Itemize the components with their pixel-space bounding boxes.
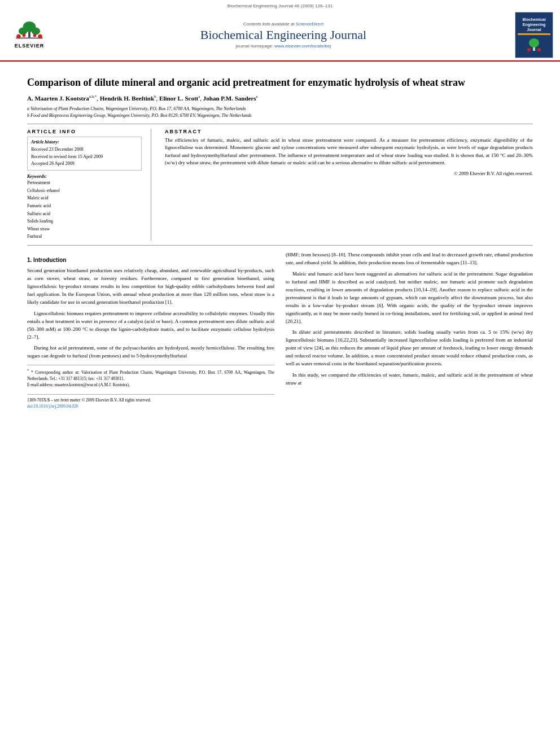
journal-title-block: Contents lists available at ScienceDirec… — [52, 21, 515, 49]
homepage-label: journal homepage: — [236, 43, 273, 49]
svg-point-12 — [529, 38, 539, 47]
cover-title-line2: Engineering — [523, 22, 545, 27]
body-right-para-1: (HMF; from hexoses) [8–10]. These compou… — [286, 251, 533, 267]
svg-point-14 — [537, 48, 541, 51]
body-two-col: 1. Introduction Second generation bioeth… — [27, 251, 533, 409]
journal-homepage: journal homepage: www.elsevier.com/locat… — [52, 43, 515, 49]
keywords-section: Keywords: Pretreatment Cellulosic ethano… — [27, 174, 142, 241]
svg-point-6 — [16, 34, 21, 39]
svg-point-5 — [32, 27, 40, 34]
revised-date: Received in revised form 15 April 2009 — [31, 154, 138, 161]
body-right-para-3: In dilute acid pretreatments described i… — [286, 329, 533, 368]
paper-content: Comparison of dilute mineral and organic… — [0, 62, 560, 418]
section1-heading: 1. Introduction — [27, 256, 274, 264]
journal-cover-image: Biochemical Engineering Journal — [515, 12, 553, 58]
cover-bar-decoration — [518, 33, 550, 35]
issn-line: 1369-703X/$ – see front matter © 2009 El… — [27, 397, 274, 403]
elsevier-label: ELSEVIER — [15, 43, 45, 49]
keyword-wheat-straw: Wheat straw — [27, 225, 142, 233]
bottom-bar: 1369-703X/$ – see front matter © 2009 El… — [27, 394, 274, 410]
received-date: Received 23 December 2008 — [31, 146, 138, 154]
body-left-col: 1. Introduction Second generation bioeth… — [27, 251, 274, 409]
keyword-furfural: Furfural — [27, 233, 142, 241]
svg-point-9 — [38, 34, 42, 39]
elsevier-logo: ELSEVIER — [7, 20, 52, 51]
journal-main-title: Biochemical Engineering Journal — [52, 28, 515, 42]
footnote-corresponding-text: * Corresponding author at: Valorisation … — [27, 370, 274, 381]
affiliations: a Valorisation of Plant Production Chain… — [27, 106, 533, 119]
footnote-star: * — [27, 368, 29, 373]
cover-tree-icon — [526, 37, 542, 53]
copyright-line: © 2009 Elsevier B.V. All rights reserved… — [165, 171, 533, 176]
abstract-text: The efficiencies of fumaric, maleic, and… — [165, 137, 533, 167]
contents-line: Contents lists available at ScienceDirec… — [52, 21, 515, 27]
keywords-label: Keywords: — [27, 174, 142, 179]
history-label: Article history: — [31, 139, 138, 145]
body-right-para-2: Maleic and fumaric acid have been sugges… — [286, 270, 533, 326]
journal-meta: Biochemical Engineering Journal 46 (2009… — [7, 2, 553, 10]
svg-point-7 — [23, 34, 26, 37]
cover-title-line3: Journal — [527, 27, 541, 32]
article-info-section: ARTICLE INFO Article history: Received 2… — [27, 129, 533, 241]
journal-header: Biochemical Engineering Journal 46 (2009… — [0, 0, 560, 62]
author-beeftink: Hendrik H. Beeftink — [100, 95, 154, 102]
body-para-2: Lignocellulosic biomass requires pretrea… — [27, 310, 274, 342]
keyword-solids-loading: Solids loading — [27, 217, 142, 225]
affil-b: b Food and Bioprocess Engineering Group,… — [27, 112, 533, 119]
svg-point-8 — [33, 34, 37, 37]
affil-sup-a3: a — [256, 95, 258, 99]
divider-2 — [27, 245, 533, 246]
body-para-3: During hot acid pretreatment, some of th… — [27, 344, 274, 360]
elsevier-tree-icon — [12, 21, 46, 43]
sciencedirect-link[interactable]: ScienceDirect — [296, 21, 323, 27]
abstract-title: ABSTRACT — [165, 129, 533, 134]
affil-sup-a: a,b, — [89, 95, 95, 99]
abstract-section: ABSTRACT The efficiencies of fumaric, ma… — [165, 129, 533, 241]
author-kootstra: A. Maarten J. Kootstra — [27, 95, 89, 102]
homepage-link[interactable]: www.elsevier.com/locate/bej — [274, 43, 331, 49]
footnote-email-text: E-mail address: maarten.kootstra@wur.nl … — [27, 382, 130, 387]
author-scott: Elinor L. Scott — [159, 95, 198, 102]
article-info-title: ARTICLE INFO — [27, 129, 142, 134]
body-right-para-4: In this study, we compared the efficienc… — [286, 372, 533, 387]
affil-a: a Valorisation of Plant Production Chain… — [27, 106, 533, 112]
divider-1 — [27, 124, 533, 124]
keyword-sulfuric-acid: Sulfuric acid — [27, 210, 142, 218]
footnote-corresponding: * * Corresponding author at: Valorisatio… — [27, 368, 274, 382]
body-right-col: (HMF; from hexoses) [8–10]. These compou… — [286, 251, 533, 409]
paper-title: Comparison of dilute mineral and organic… — [27, 76, 533, 89]
author-sanders: Johan P.M. Sanders — [203, 95, 256, 102]
doi-line: doi:10.1016/j.bej.2009.04.020 — [27, 403, 274, 409]
keyword-pretreatment: Pretreatment — [27, 179, 142, 187]
contents-text: Contents lists available at — [243, 21, 295, 27]
article-history-box: Article history: Received 23 December 20… — [27, 137, 142, 171]
svg-point-4 — [19, 27, 27, 34]
authors-line: A. Maarten J. Kootstraa,b,*, Hendrik H. … — [27, 94, 533, 103]
keyword-fumaric-acid: Fumaric acid — [27, 202, 142, 210]
accepted-date: Accepted 26 April 2009 — [31, 160, 138, 168]
keyword-cellulosic-ethanol: Cellulosic ethanol — [27, 187, 142, 195]
cover-title-line1: Biochemical — [522, 17, 545, 22]
keyword-maleic-acid: Maleic acid — [27, 194, 142, 202]
footnote-email: E-mail address: maarten.kootstra@wur.nl … — [27, 382, 274, 388]
footnote-section: * * Corresponding author at: Valorisatio… — [27, 365, 274, 388]
svg-point-13 — [527, 48, 531, 51]
body-para-1: Second generation bioethanol production … — [27, 267, 274, 307]
article-info-left: ARTICLE INFO Article history: Received 2… — [27, 129, 151, 241]
journal-banner: ELSEVIER Contents lists available at Sci… — [7, 10, 553, 60]
